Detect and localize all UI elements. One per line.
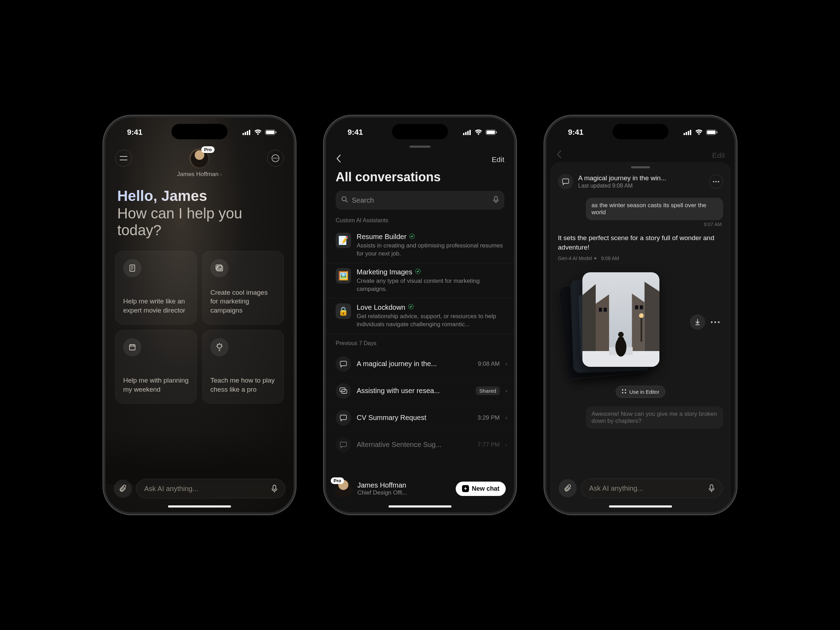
battery-icon [706, 129, 718, 135]
conversation-title: Alternative Sentence Sug... [357, 441, 472, 449]
avatar[interactable]: Pro [334, 480, 352, 498]
svg-line-31 [221, 344, 222, 345]
svg-rect-0 [243, 133, 244, 135]
back-button[interactable] [336, 154, 341, 165]
user-info[interactable]: James Hoffman Chief Design Offi... [357, 481, 451, 496]
suggestion-text: Help me write like an expert movie direc… [123, 297, 189, 315]
message-text: as the winter season casts its spell ove… [592, 202, 706, 216]
new-chat-button[interactable]: + New chat [456, 482, 506, 496]
svg-point-63 [718, 181, 719, 182]
more-actions-button[interactable] [711, 321, 720, 323]
chevron-right-icon: › [505, 415, 507, 421]
chat-input[interactable]: Ask AI anything... [581, 478, 722, 498]
dynamic-island [172, 124, 227, 139]
svg-line-42 [346, 201, 347, 202]
assistant-row-love[interactable]: 🔒 Love Lockdown Get relationship advice,… [326, 298, 514, 334]
svg-rect-52 [340, 442, 346, 447]
generated-image-stack[interactable] [561, 272, 723, 381]
home-indicator[interactable] [609, 505, 672, 507]
conversation-title: CV Summary Request [357, 414, 472, 422]
wifi-icon [474, 129, 483, 136]
chat-subtitle: Last updated 9:08 AM [578, 183, 704, 189]
svg-rect-1 [245, 132, 246, 135]
use-in-editor-button[interactable]: Use in Editor [616, 386, 665, 398]
suggestion-card-write[interactable]: Help me write like an expert movie direc… [115, 251, 197, 324]
profile-block[interactable]: Pro James Hoffman › [177, 148, 222, 178]
chat-icon [336, 356, 351, 372]
user-name-label: James Hoffman [357, 481, 451, 489]
greeting-hello: Hello, James [117, 188, 282, 204]
svg-rect-51 [340, 415, 346, 420]
conversation-row[interactable]: Assisting with user resea... Shared › [326, 377, 514, 404]
input-placeholder: Ask AI anything... [589, 485, 705, 493]
assistant-message-text: It sets the perfect scene for a story fu… [558, 234, 723, 252]
cellular-signal-icon [243, 129, 251, 135]
conversation-time: 9:08 AM [478, 360, 499, 368]
assistant-row-marketing[interactable]: 🖼️ Marketing Images Create any type of v… [326, 263, 514, 298]
download-button[interactable] [690, 314, 705, 330]
chat-title: A magical journey in the win... [578, 174, 704, 182]
conversation-time: 3:29 PM [477, 414, 499, 422]
home-indicator[interactable] [388, 505, 452, 507]
battery-icon [265, 129, 277, 135]
conversation-time: 7:77 PM [477, 441, 499, 448]
edit-button[interactable]: Edit [492, 155, 504, 164]
svg-point-76 [618, 332, 624, 337]
svg-point-61 [713, 181, 714, 182]
svg-rect-6 [275, 131, 276, 133]
conversation-row[interactable]: CV Summary Request 3:29 PM › [326, 404, 514, 431]
plus-icon: + [462, 485, 469, 492]
conversation-row[interactable]: A magical journey in the... 9:08 AM › [326, 351, 514, 377]
assistant-row-resume[interactable]: 📝 Resume Builder Assists in creating and… [326, 228, 514, 263]
pro-badge: Pro [201, 146, 215, 153]
chat-overlay-sheet: A magical journey in the win... Last upd… [551, 163, 731, 512]
svg-rect-54 [686, 132, 687, 135]
suggestion-card-images[interactable]: Create cool images for marketing campaig… [202, 251, 284, 324]
lightbulb-icon [210, 338, 229, 356]
lock-app-icon: 🔒 [336, 303, 351, 319]
chevron-right-icon: › [505, 442, 507, 448]
assistant-desc: Assists in creating and optimising profe… [357, 242, 504, 258]
svg-marker-69 [645, 282, 660, 359]
svg-point-24 [217, 344, 221, 348]
suggestion-card-chess[interactable]: Teach me how to play chess like a pro [202, 330, 284, 404]
user-name-label: James Hoffman [177, 171, 219, 178]
page-title: All conversations [326, 168, 514, 191]
greeting-subtitle: How can I help you today? [117, 205, 282, 239]
attachment-button[interactable] [114, 480, 132, 498]
more-button[interactable] [267, 150, 284, 167]
new-chat-label: New chat [472, 485, 499, 493]
conversation-row[interactable]: Alternative Sentence Sug... 7:77 PM › [326, 431, 514, 458]
chevron-right-icon: › [220, 171, 222, 178]
home-indicator[interactable] [168, 505, 231, 507]
svg-rect-48 [340, 361, 346, 366]
attachment-button[interactable] [559, 479, 577, 497]
svg-rect-43 [494, 196, 497, 201]
svg-rect-32 [273, 485, 276, 489]
microphone-icon[interactable] [268, 482, 281, 495]
svg-rect-53 [684, 133, 685, 135]
svg-line-30 [217, 344, 218, 345]
microphone-icon[interactable] [705, 482, 718, 494]
more-button[interactable] [709, 175, 723, 189]
svg-point-11 [275, 158, 276, 159]
model-name-label: Gen-4 AI Model ✦ [558, 256, 597, 261]
menu-button[interactable] [115, 150, 132, 167]
svg-rect-81 [635, 306, 638, 309]
chat-input[interactable]: Ask AI anything... [136, 479, 285, 498]
gradient-fade [105, 428, 294, 485]
status-time: 9:41 [568, 128, 583, 137]
svg-point-62 [715, 181, 717, 182]
wifi-icon [695, 129, 703, 136]
svg-rect-55 [688, 131, 689, 135]
svg-rect-82 [640, 306, 643, 309]
svg-rect-35 [465, 132, 467, 135]
search-input[interactable]: Search [336, 191, 504, 210]
assistant-desc: Create any type of visual content for ma… [357, 277, 504, 293]
microphone-icon[interactable] [493, 196, 499, 205]
svg-rect-39 [486, 131, 495, 134]
svg-rect-79 [599, 308, 602, 311]
suggestion-card-planning[interactable]: Help me with planning my weekend [115, 330, 197, 404]
svg-rect-40 [496, 131, 497, 133]
svg-rect-34 [463, 133, 464, 135]
